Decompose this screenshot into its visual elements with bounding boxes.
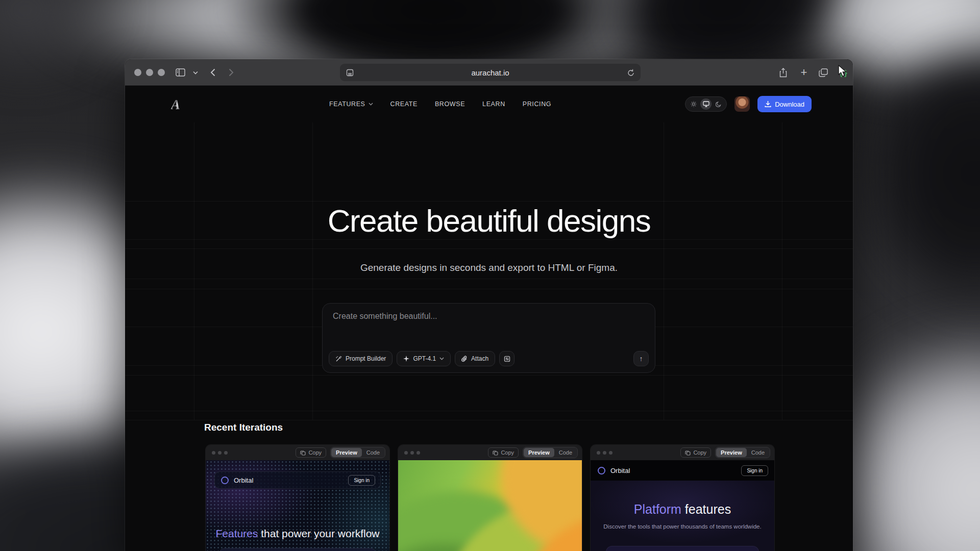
nav-right-controls: Download xyxy=(685,86,812,122)
download-icon xyxy=(765,101,771,108)
url-text: aurachat.io xyxy=(471,68,509,77)
mini-subtitle: Discover the tools that power thousands … xyxy=(591,523,774,530)
browser-toolbar: aurachat.io + xyxy=(125,59,853,86)
mini-site-navbar: Orbital Sign in xyxy=(214,471,381,489)
mini-headline: Features that power your workflow xyxy=(206,528,389,540)
menu-item-learn[interactable]: LEARN xyxy=(482,101,505,108)
prompt-toolbar: Prompt Builder GPT-4.1 Attach xyxy=(329,351,514,366)
iteration-card[interactable]: Copy Preview Code Orbital Sign in xyxy=(591,445,774,551)
send-button[interactable]: ↑ xyxy=(633,351,649,366)
paperclip-icon xyxy=(461,356,468,362)
menu-item-create[interactable]: CREATE xyxy=(390,101,418,108)
code-tab[interactable]: Code xyxy=(747,448,769,457)
aurachat-logo[interactable]: A xyxy=(171,97,180,113)
mini-brand: Orbital xyxy=(234,477,253,484)
card-toolbar: Copy Preview Code xyxy=(398,445,582,460)
tab-overview-icon[interactable] xyxy=(817,66,829,79)
forward-button-icon[interactable] xyxy=(225,66,237,79)
page-settings-icon[interactable] xyxy=(346,64,354,81)
iteration-card[interactable]: Copy Preview Code Orbital Sign in xyxy=(206,445,389,551)
attach-button[interactable]: Attach xyxy=(455,351,495,366)
menu-item-browse[interactable]: BROWSE xyxy=(435,101,465,108)
hero-subtitle: Generate designs in seconds and export t… xyxy=(125,262,853,273)
mini-panel xyxy=(606,546,759,551)
new-tab-icon[interactable]: + xyxy=(798,66,810,79)
view-toggle: Preview Code xyxy=(330,447,385,458)
menu-item-features[interactable]: FEATURES xyxy=(329,101,373,108)
card-preview: Orbital Sign in Platform features Discov… xyxy=(591,460,774,551)
window-minimize-button[interactable] xyxy=(146,69,153,76)
share-icon[interactable] xyxy=(777,66,789,79)
theme-switcher xyxy=(685,96,727,112)
model-selector-button[interactable]: GPT-4.1 xyxy=(397,351,451,366)
mini-panel xyxy=(219,548,376,551)
copy-icon xyxy=(300,450,306,456)
hero-title: Create beautiful designs xyxy=(125,203,853,239)
iteration-card[interactable]: Copy Preview Code xyxy=(398,445,582,551)
window-dots-icon xyxy=(404,451,420,455)
orbital-logo-icon xyxy=(221,477,229,484)
window-dots-icon xyxy=(597,451,612,455)
component-grid-button[interactable] xyxy=(499,351,514,366)
prompt-input[interactable] xyxy=(333,312,639,342)
mini-site-navbar: Orbital Sign in xyxy=(591,460,774,481)
prompt-box: Prompt Builder GPT-4.1 Attach xyxy=(322,303,655,373)
signin-button[interactable]: Sign in xyxy=(348,475,375,486)
browser-window: aurachat.io + xyxy=(125,59,853,551)
download-button[interactable]: Download xyxy=(757,96,812,112)
grid-icon xyxy=(504,356,510,362)
address-bar[interactable]: aurachat.io xyxy=(340,64,641,81)
user-avatar[interactable] xyxy=(734,96,750,112)
wand-icon xyxy=(335,356,342,362)
code-tab[interactable]: Code xyxy=(362,448,384,457)
card-preview: Orbital Sign in Features that power your… xyxy=(206,460,389,551)
preview-tab[interactable]: Preview xyxy=(524,448,554,457)
menu-item-pricing[interactable]: PRICING xyxy=(523,101,551,108)
chevron-down-icon xyxy=(369,103,373,106)
chevron-down-icon xyxy=(439,357,444,360)
sparkle-icon xyxy=(403,356,409,362)
gradient-artwork xyxy=(398,460,582,551)
webpage: A FEATURES CREATE BROWSE LEARN PRICING xyxy=(125,86,853,122)
prompt-builder-button[interactable]: Prompt Builder xyxy=(329,351,393,366)
card-toolbar: Copy Preview Code xyxy=(206,445,389,460)
orbital-logo-icon xyxy=(598,467,605,474)
mini-headline: Platform features xyxy=(591,502,774,517)
mini-brand: Orbital xyxy=(610,467,630,474)
theme-dark-icon[interactable] xyxy=(713,98,724,110)
theme-system-icon[interactable] xyxy=(700,98,712,110)
copy-icon xyxy=(685,450,691,456)
copy-button[interactable]: Copy xyxy=(296,447,326,458)
recent-iterations-heading: Recent Iterations xyxy=(204,422,283,433)
sidebar-toggle-icon[interactable] xyxy=(174,66,186,79)
window-close-button[interactable] xyxy=(134,69,141,76)
card-toolbar: Copy Preview Code xyxy=(591,445,774,460)
window-zoom-button[interactable] xyxy=(158,69,165,76)
site-navbar: A FEATURES CREATE BROWSE LEARN PRICING xyxy=(125,86,853,122)
copy-icon xyxy=(493,450,498,456)
view-toggle: Preview Code xyxy=(715,447,770,458)
signin-button[interactable]: Sign in xyxy=(741,465,768,476)
mouse-cursor xyxy=(838,65,849,78)
copy-button[interactable]: Copy xyxy=(680,447,711,458)
window-dots-icon xyxy=(212,451,228,455)
preview-tab[interactable]: Preview xyxy=(331,448,362,457)
code-tab[interactable]: Code xyxy=(554,448,577,457)
copy-button[interactable]: Copy xyxy=(488,447,519,458)
main-menu: FEATURES CREATE BROWSE LEARN PRICING xyxy=(329,86,551,122)
desktop: aurachat.io + xyxy=(0,0,980,551)
theme-light-icon[interactable] xyxy=(688,98,699,110)
preview-tab[interactable]: Preview xyxy=(716,448,747,457)
sidebar-chevron-icon[interactable] xyxy=(189,66,202,79)
back-button-icon[interactable] xyxy=(207,66,219,79)
reload-icon[interactable] xyxy=(627,64,634,81)
view-toggle: Preview Code xyxy=(523,447,578,458)
